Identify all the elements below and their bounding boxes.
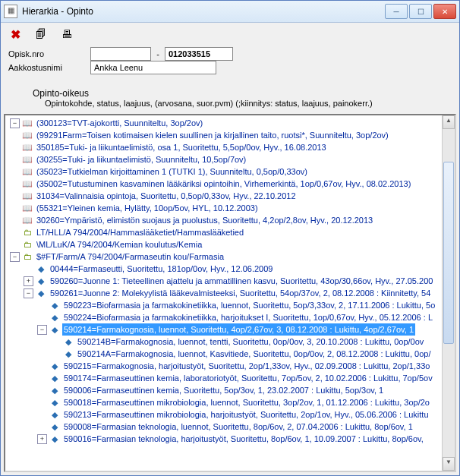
- close-button[interactable]: ✕: [433, 4, 456, 19]
- scroll-up-button[interactable]: ▲: [443, 115, 455, 129]
- tree-item-label[interactable]: 590008=Farmasian teknologia, luennot, Su…: [62, 421, 414, 433]
- cube-icon: ◆: [49, 361, 61, 371]
- tree-item-label[interactable]: 30260=Ympäristö, elimistön suojaus ja pu…: [35, 214, 374, 226]
- tree-row[interactable]: ◆590213=Farmaseuttinen mikrobiologia, ha…: [5, 408, 443, 421]
- collapse-icon[interactable]: −: [37, 325, 47, 335]
- tree-row[interactable]: −📖(300123=TVT-ajokortti, Suunniteltu, 3o…: [5, 117, 443, 129]
- tree-item-label[interactable]: 590223=Biofarmasia ja farmakokinetiikka,…: [62, 299, 436, 311]
- cube-icon: ◆: [49, 409, 61, 420]
- tree-row[interactable]: 🗀LT/HLL/A 794/2004/Hammaslääketiet/Hamma…: [5, 226, 443, 238]
- tree-item-label[interactable]: (99291Farm=Toisen kotimaisen kielen suul…: [35, 129, 390, 141]
- minimize-button[interactable]: ─: [385, 4, 408, 19]
- tree-item-label[interactable]: (35002=Tutustuminen kasvaminen lääkäriks…: [35, 178, 412, 190]
- tree-row[interactable]: ◆590018=Farmaseuttinen mikrobiologia, lu…: [5, 396, 443, 408]
- expand-icon[interactable]: +: [24, 276, 33, 286]
- tree-row[interactable]: 📖30260=Ympäristö, elimistön suojaus ja p…: [5, 214, 443, 226]
- field-blank[interactable]: [90, 47, 151, 61]
- toggle-placeholder: [37, 410, 47, 420]
- label-aakostusnimi: Aakkostusnimi: [8, 63, 90, 72]
- tree-item-label[interactable]: 00444=Farmaseutti, Suoritettu, 181op/0ov…: [49, 263, 274, 275]
- tree-item-label[interactable]: 590213=Farmaseuttinen mikrobiologia, har…: [62, 408, 430, 421]
- tree-row[interactable]: −◆590214=Farmakognosia, luennot, Suorite…: [5, 323, 443, 336]
- tree-row[interactable]: ◆590215=Farmakognosia, harjoitustyöt, Su…: [5, 360, 443, 372]
- tree-row[interactable]: 📖(55321=Yleinen kemia, Hylätty, 10op/5ov…: [5, 202, 443, 214]
- tree-row[interactable]: 📖(99291Farm=Toisen kotimaisen kielen suu…: [5, 129, 443, 141]
- scrollbar-vertical[interactable]: ▲ ▼: [442, 115, 455, 471]
- tree-item-label[interactable]: (55321=Yleinen kemia, Hylätty, 10op/5ov,…: [35, 202, 260, 214]
- tree-item-label[interactable]: 590260=Juonne 1: Tieteellinen ajattelu j…: [49, 275, 434, 287]
- tree-item-label[interactable]: $#FT/Farm/A 794/2004/Farmaseutin kou/Far…: [35, 251, 225, 263]
- tree-row[interactable]: 📖(35023=Tutkielman kirjoittaminen 1 (TUT…: [5, 165, 443, 178]
- tree-item-label[interactable]: 590215=Farmakognosia, harjoitustyöt, Suo…: [62, 360, 431, 372]
- folder-icon: 🗀: [21, 227, 33, 238]
- tree[interactable]: −📖(300123=TVT-ajokortti, Suunniteltu, 3o…: [5, 115, 443, 446]
- tree-item-label[interactable]: 590214B=Farmakognosia, luennot, tentti, …: [76, 336, 425, 348]
- tree-row[interactable]: ◆590224=Biofarmasia ja farmakokinetiikka…: [5, 311, 443, 323]
- field-dash: -: [151, 47, 165, 61]
- heading-opinto-oikeus: Opinto-oikeus: [8, 88, 452, 99]
- cube-icon: ◆: [62, 336, 74, 347]
- toggle-placeholder: [37, 398, 47, 408]
- print-icon[interactable]: 🖶: [60, 27, 74, 41]
- tree-row[interactable]: ◆590214A=Farmakognosia, luennot, Kasviti…: [5, 348, 443, 360]
- tree-row[interactable]: ◆590008=Farmasian teknologia, luennot, S…: [5, 421, 443, 433]
- toggle-placeholder: [10, 191, 20, 201]
- cube-icon: ◆: [49, 397, 61, 408]
- tree-item-label[interactable]: 31034=Valinnaisia opintoja, Suoritettu, …: [35, 190, 298, 202]
- collapse-icon[interactable]: −: [24, 288, 33, 298]
- tree-row[interactable]: ◆590223=Biofarmasia ja farmakokinetiikka…: [5, 299, 443, 311]
- app-icon: ▦: [4, 5, 17, 18]
- tree-row[interactable]: −🗀$#FT/Farm/A 794/2004/Farmaseutin kou/F…: [5, 251, 443, 263]
- toggle-placeholder: [10, 167, 20, 177]
- cube-icon: ◆: [49, 385, 61, 396]
- copy-icon[interactable]: 🗐: [34, 27, 48, 41]
- tree-row[interactable]: +◆590260=Juonne 1: Tieteellinen ajattelu…: [5, 275, 443, 287]
- tree-item-label[interactable]: 590016=Farmasian teknologia, harjoitusty…: [62, 433, 425, 445]
- tree-row[interactable]: ◆00444=Farmaseutti, Suoritettu, 181op/0o…: [5, 263, 443, 275]
- tree-row[interactable]: 📖31034=Valinnaisia opintoja, Suoritettu,…: [5, 190, 443, 202]
- cancel-icon[interactable]: ✖: [8, 27, 22, 41]
- expand-icon[interactable]: +: [37, 434, 47, 444]
- tree-item-label[interactable]: \ML/LuK/A 794/2004/Kemian koulutus/Kemia: [35, 238, 203, 251]
- scroll-thumb[interactable]: [443, 162, 454, 344]
- toggle-placeholder: [37, 386, 47, 396]
- tree-row[interactable]: 📖(35002=Tutustuminen kasvaminen lääkärik…: [5, 178, 443, 190]
- book-icon: 📖: [21, 178, 33, 189]
- tree-row[interactable]: ◆590174=Farmaseuttinen kemia, laboratori…: [5, 372, 443, 384]
- scroll-track[interactable]: [443, 129, 455, 457]
- collapse-icon[interactable]: −: [10, 252, 20, 262]
- scroll-down-button[interactable]: ▼: [443, 457, 455, 471]
- cube-icon: ◆: [49, 421, 61, 432]
- book-icon: 📖: [21, 118, 33, 128]
- tree-row[interactable]: −◆590261=Juonne 2: Molekyylistä lääkeval…: [5, 287, 443, 299]
- tree-item-label[interactable]: (35023=Tutkielman kirjoittaminen 1 (TUTK…: [35, 165, 309, 178]
- toggle-placeholder: [51, 349, 61, 359]
- tree-item-label[interactable]: 590006=Farmaseuttinen kemia, Suoritettu,…: [62, 384, 385, 396]
- tree-row[interactable]: ◆590006=Farmaseuttinen kemia, Suoritettu…: [5, 384, 443, 396]
- titlebar: ▦ Hierarkia - Opinto ─ ☐ ✕: [1, 1, 459, 23]
- tree-item-label[interactable]: 350185=Tuki- ja liikuntaelimistö, osa 1,…: [35, 141, 328, 153]
- window-buttons: ─ ☐ ✕: [385, 4, 456, 19]
- field-student-name[interactable]: Ankka Leenu: [90, 61, 216, 74]
- tree-row[interactable]: 📖(30255=Tuki- ja liikuntaelimistö, Suunn…: [5, 153, 443, 165]
- toggle-placeholder: [10, 216, 20, 225]
- collapse-icon[interactable]: −: [10, 118, 20, 128]
- tree-row[interactable]: 📖350185=Tuki- ja liikuntaelimistö, osa 1…: [5, 141, 443, 153]
- book-icon: 📖: [21, 166, 33, 177]
- columns-description: Opintokohde, status, laajuus, (arvosana,…: [8, 99, 452, 109]
- tree-row[interactable]: ◆590214B=Farmakognosia, luennot, tentti,…: [5, 336, 443, 348]
- tree-item-label[interactable]: (300123=TVT-ajokortti, Suunniteltu, 3op/…: [35, 117, 204, 129]
- tree-item-label[interactable]: LT/HLL/A 794/2004/Hammaslääketiet/Hammas…: [35, 226, 245, 238]
- tree-row[interactable]: +◆590016=Farmasian teknologia, harjoitus…: [5, 433, 443, 445]
- tree-item-label[interactable]: 590214=Farmakognosia, luennot, Suoritett…: [62, 323, 415, 336]
- tree-item-label[interactable]: 590018=Farmaseuttinen mikrobiologia, lue…: [62, 396, 431, 408]
- tree-row[interactable]: 🗀\ML/LuK/A 794/2004/Kemian koulutus/Kemi…: [5, 238, 443, 251]
- maximize-button[interactable]: ☐: [409, 4, 432, 19]
- tree-item-label[interactable]: 590261=Juonne 2: Molekyylistä lääkevalmi…: [49, 287, 432, 299]
- field-student-id[interactable]: 012033515: [165, 47, 233, 61]
- tree-item-label[interactable]: 590224=Biofarmasia ja farmakokinetiikka,…: [62, 311, 434, 323]
- cube-icon: ◆: [49, 373, 61, 383]
- tree-item-label[interactable]: 590214A=Farmakognosia, luennot, Kasvitie…: [76, 348, 432, 360]
- tree-item-label[interactable]: 590174=Farmaseuttinen kemia, laboratorio…: [62, 372, 434, 384]
- tree-item-label[interactable]: (30255=Tuki- ja liikuntaelimistö, Suunni…: [35, 153, 247, 165]
